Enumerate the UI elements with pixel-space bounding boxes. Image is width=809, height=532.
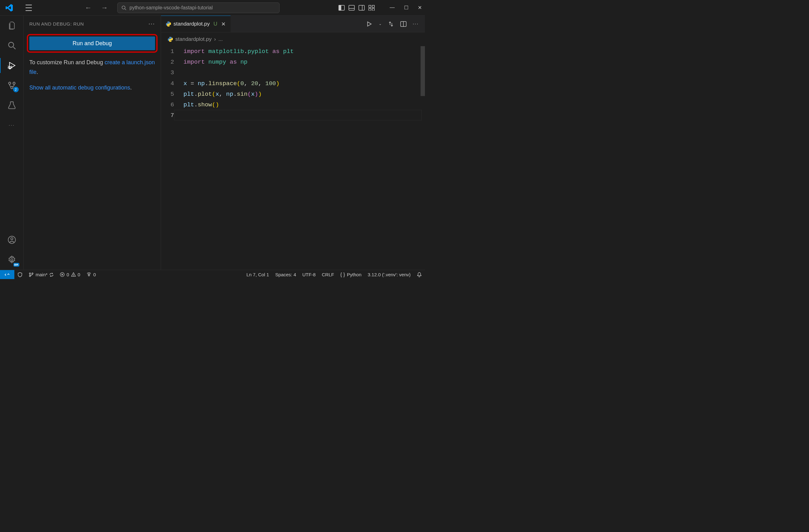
activity-bar: 2 ··· BR <box>0 16 24 270</box>
panel-right-icon[interactable] <box>359 5 365 11</box>
svg-point-12 <box>8 42 13 48</box>
svg-line-16 <box>8 66 9 67</box>
tab-modified-indicator: U <box>213 21 217 27</box>
search-activity-icon[interactable] <box>6 40 17 51</box>
svg-point-21 <box>13 82 15 85</box>
settings-gear-icon[interactable]: BR <box>6 254 17 265</box>
settings-badge: BR <box>13 263 19 267</box>
svg-line-13 <box>13 47 15 49</box>
layout-grid-icon[interactable] <box>368 5 375 11</box>
svg-point-37 <box>88 275 89 276</box>
show-all-configs-link[interactable]: Show all automatic debug configurations <box>29 85 130 91</box>
main-area: 2 ··· BR RUN AND DEBUG: RUN ··· Run and … <box>0 16 425 270</box>
status-bar: main* 0 0 0 Ln 7, Col 1 Spaces: 4 UTF-8 … <box>0 270 425 279</box>
editor-area: standardplot.py U ✕ ⌄ ··· standardplot.p… <box>161 16 425 270</box>
status-spaces[interactable]: Spaces: 4 <box>272 272 299 277</box>
status-problems[interactable]: 0 0 <box>57 272 83 277</box>
status-ports[interactable]: 0 <box>83 272 99 277</box>
run-and-debug-button[interactable]: Run and Debug <box>29 36 155 50</box>
sync-icon[interactable] <box>49 272 54 277</box>
run-debug-activity-icon[interactable] <box>6 60 17 71</box>
nav-arrows: ← → <box>85 4 108 12</box>
tab-close-icon[interactable]: ✕ <box>221 21 226 28</box>
editor-tabs: standardplot.py U ✕ ⌄ ··· <box>161 16 425 32</box>
panel-more-icon[interactable]: ··· <box>149 21 155 27</box>
run-dropdown-icon[interactable]: ⌄ <box>379 22 382 26</box>
svg-point-0 <box>122 6 125 9</box>
run-debug-panel: RUN AND DEBUG: RUN ··· Run and Debug To … <box>24 16 161 270</box>
maximize-icon[interactable]: ☐ <box>404 5 408 11</box>
compare-changes-icon[interactable] <box>388 21 394 27</box>
breadcrumb-file: standardplot.py <box>175 36 211 42</box>
svg-marker-26 <box>367 22 371 26</box>
svg-rect-10 <box>369 8 371 11</box>
run-file-icon[interactable] <box>366 21 373 27</box>
search-icon <box>121 5 126 10</box>
panel-left-icon[interactable] <box>339 5 345 11</box>
accounts-icon[interactable] <box>6 234 17 245</box>
svg-point-29 <box>29 273 31 274</box>
command-center[interactable]: python-sample-vscode-fastapi-tutorial <box>117 2 279 13</box>
tab-standardplot[interactable]: standardplot.py U ✕ <box>161 16 230 32</box>
status-shield[interactable] <box>14 272 25 277</box>
nav-back-icon[interactable]: ← <box>85 4 92 12</box>
status-eol[interactable]: CRLF <box>319 272 337 277</box>
search-text: python-sample-vscode-fastapi-tutorial <box>130 5 213 11</box>
svg-rect-9 <box>372 5 374 7</box>
status-encoding[interactable]: UTF-8 <box>299 272 319 277</box>
code-content[interactable]: import matplotlib.pyplot as plt import n… <box>184 46 425 270</box>
breadcrumb-sep: › <box>214 36 216 42</box>
svg-point-20 <box>8 82 11 85</box>
breadcrumb[interactable]: standardplot.py › ... <box>161 32 425 46</box>
minimap-scroll[interactable] <box>420 46 425 96</box>
svg-rect-8 <box>369 5 371 7</box>
svg-rect-3 <box>339 5 341 10</box>
breadcrumb-rest: ... <box>218 36 223 42</box>
testing-icon[interactable] <box>6 100 17 111</box>
python-file-icon <box>166 21 171 26</box>
status-language[interactable]: { } Python <box>337 272 365 278</box>
nav-forward-icon[interactable]: → <box>101 4 108 12</box>
panel-title: RUN AND DEBUG: RUN <box>29 21 84 26</box>
svg-point-31 <box>32 273 33 274</box>
svg-rect-11 <box>372 8 374 11</box>
more-activity-icon[interactable]: ··· <box>6 120 17 131</box>
editor-more-icon[interactable]: ··· <box>413 21 419 27</box>
titlebar-right: — ☐ ✕ <box>339 5 422 11</box>
titlebar: ← → python-sample-vscode-fastapi-tutoria… <box>0 0 425 16</box>
svg-rect-6 <box>359 5 364 10</box>
split-editor-icon[interactable] <box>400 21 407 27</box>
vscode-logo-icon <box>6 4 13 12</box>
close-icon[interactable]: ✕ <box>418 5 422 11</box>
status-notifications-icon[interactable] <box>414 272 425 277</box>
svg-point-25 <box>11 259 13 261</box>
hamburger-menu-icon[interactable] <box>25 5 32 11</box>
explorer-icon[interactable] <box>6 20 17 31</box>
svg-line-1 <box>125 9 126 10</box>
tab-filename: standardplot.py <box>173 21 210 27</box>
panel-bottom-icon[interactable] <box>348 5 355 11</box>
line-numbers: 1234567 <box>161 46 184 270</box>
status-cursor[interactable]: Ln 7, Col 1 <box>243 272 272 277</box>
svg-line-17 <box>11 66 12 67</box>
status-branch[interactable]: main* <box>25 272 57 277</box>
svg-point-24 <box>11 237 13 240</box>
customize-text: To customize Run and Debug <box>29 59 104 66</box>
svg-rect-4 <box>349 5 355 10</box>
source-control-icon[interactable]: 2 <box>6 80 17 91</box>
remote-indicator[interactable] <box>0 270 14 279</box>
status-python-interpreter[interactable]: 3.12.0 ('.venv': venv) <box>365 272 414 277</box>
minimize-icon[interactable]: — <box>390 5 395 11</box>
scm-badge: 2 <box>13 87 19 92</box>
svg-point-36 <box>73 276 74 276</box>
code-editor[interactable]: 1234567 import matplotlib.pyplot as plt … <box>161 46 425 270</box>
python-file-icon <box>168 37 173 42</box>
